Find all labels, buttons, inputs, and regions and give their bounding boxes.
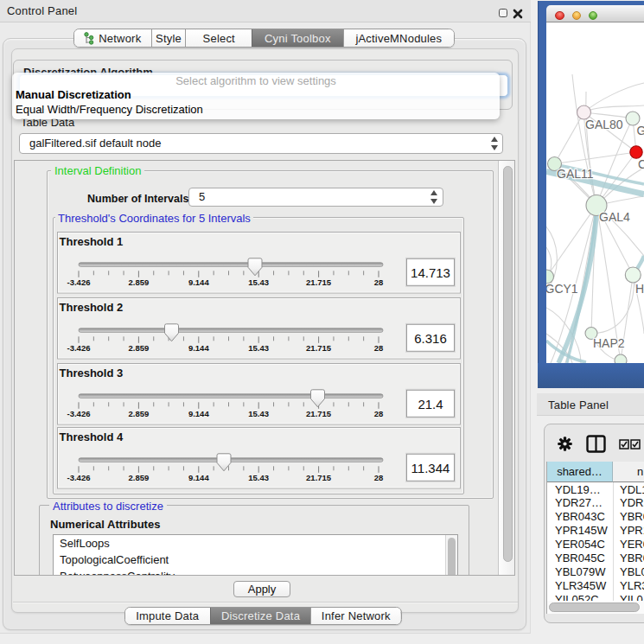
- svg-text:-3.426: -3.426: [67, 409, 91, 418]
- svg-text:-3.426: -3.426: [67, 473, 91, 482]
- svg-text:21.4: 21.4: [418, 396, 443, 411]
- svg-text:HAP2: HAP2: [593, 336, 625, 350]
- svg-text:28: 28: [374, 277, 384, 287]
- svg-text:11.344: 11.344: [411, 461, 450, 475]
- svg-text:21.715: 21.715: [306, 409, 332, 418]
- svg-text:2.859: 2.859: [129, 473, 150, 482]
- svg-text:6.316: 6.316: [414, 330, 447, 345]
- svg-text:Threshold 1: Threshold 1: [60, 235, 124, 248]
- svg-text:GCY1: GCY1: [546, 282, 578, 296]
- svg-text:28: 28: [374, 343, 384, 353]
- svg-text:9.144: 9.144: [188, 343, 209, 353]
- svg-text:28: 28: [374, 409, 384, 418]
- svg-text:2.859: 2.859: [129, 343, 150, 353]
- svg-text:GAL4: GAL4: [599, 210, 630, 224]
- svg-text:2.859: 2.859: [129, 409, 150, 418]
- svg-text:Threshold 2: Threshold 2: [60, 301, 124, 314]
- svg-text:21.715: 21.715: [306, 277, 332, 287]
- svg-text:GAL11: GAL11: [557, 167, 594, 181]
- svg-text:15.43: 15.43: [248, 409, 269, 418]
- svg-text:G: G: [637, 124, 644, 137]
- svg-text:14.713: 14.713: [411, 265, 450, 279]
- svg-text:21.715: 21.715: [306, 473, 332, 482]
- svg-text:28: 28: [374, 473, 384, 482]
- svg-text:-3.426: -3.426: [67, 277, 91, 287]
- svg-text:-3.426: -3.426: [67, 343, 91, 353]
- svg-text:2.859: 2.859: [129, 277, 150, 287]
- svg-text:H: H: [635, 282, 644, 296]
- svg-text:15.43: 15.43: [248, 473, 269, 482]
- svg-text:21.715: 21.715: [306, 343, 332, 353]
- svg-text:9.144: 9.144: [188, 409, 209, 418]
- svg-text:15.43: 15.43: [248, 277, 269, 287]
- svg-text:C: C: [638, 157, 644, 171]
- svg-text:Threshold 3: Threshold 3: [60, 367, 124, 379]
- svg-text:Threshold 4: Threshold 4: [60, 430, 124, 443]
- svg-text:GAL80: GAL80: [585, 118, 623, 131]
- svg-text:9.144: 9.144: [188, 277, 209, 287]
- svg-text:15.43: 15.43: [248, 343, 269, 353]
- svg-text:9.144: 9.144: [188, 473, 209, 482]
